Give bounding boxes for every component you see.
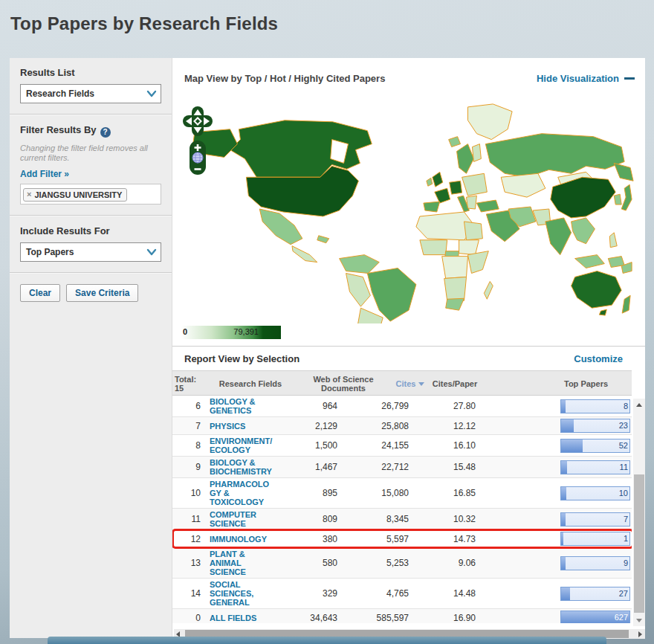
bar-fill (561, 419, 574, 432)
docs-cell: 895 (282, 488, 337, 498)
bar-value: 23 (619, 419, 628, 432)
bar-fill (561, 513, 566, 526)
results-list-select[interactable]: Research Fields (20, 84, 161, 103)
map-countries[interactable] (193, 104, 633, 323)
col-research-fields[interactable]: Research Fields (210, 379, 291, 388)
docs-cell: 964 (282, 401, 337, 411)
bar-fill (561, 557, 566, 570)
top-papers-bar: 627 (560, 611, 630, 623)
top-papers-bar: 23 (560, 419, 630, 433)
table-row: 8ENVIRONMENT/ECOLOGY1,50024,15516.1052 (172, 435, 632, 457)
report-header: Report View by Selection Customize (172, 346, 645, 371)
include-value: Top Papers (26, 247, 74, 257)
bar-fill (561, 532, 563, 545)
field-link[interactable]: PLANT & ANIMAL SCIENCE (210, 550, 273, 576)
docs-cell: 34,643 (282, 613, 337, 623)
remove-filter-icon[interactable]: × (27, 190, 31, 199)
bar-value: 7 (624, 513, 628, 526)
include-section: Include Results For Top Papers (10, 216, 172, 272)
docs-cell: 380 (282, 534, 337, 544)
rank-cell: 9 (174, 462, 201, 472)
top-papers-bar: 11 (560, 460, 630, 474)
page-title: Top Papers by Research Fields (10, 13, 278, 34)
add-filter-link[interactable]: Add Filter » (20, 169, 161, 179)
help-icon[interactable]: ? (100, 127, 111, 138)
field-link[interactable]: SOCIAL SCIENCES, GENERAL (210, 580, 273, 607)
scroll-up-button[interactable] (633, 399, 645, 410)
field-link[interactable]: ENVIRONMENT/ECOLOGY (210, 437, 273, 454)
map-area: 0 79,391 (172, 99, 645, 346)
table-row: 7PHYSICS2,12925,80812.1223 (172, 417, 632, 435)
filter-tag-label: JIANGSU UNIVERSITY (34, 190, 122, 199)
filter-section: Filter Results By? Changing the filter f… (10, 115, 172, 215)
filter-field[interactable]: × JIANGSU UNIVERSITY (20, 184, 161, 205)
field-link[interactable]: BIOLOGY & BIOCHEMISTRY (210, 458, 273, 476)
clear-button[interactable]: Clear (20, 284, 60, 302)
bar-fill (561, 400, 566, 413)
field-link[interactable]: IMMUNOLOGY (210, 535, 273, 544)
globe-icon[interactable] (192, 152, 203, 163)
rank-cell: 13 (174, 558, 201, 568)
bottom-bar (48, 637, 606, 644)
cites-cell: 24,155 (346, 440, 409, 451)
bar-value: 8 (624, 400, 628, 413)
docs-cell: 2,129 (282, 421, 337, 431)
field-link[interactable]: BIOLOGY & GENETICS (210, 397, 273, 415)
results-list-value: Research Fields (26, 88, 94, 99)
field-link[interactable]: COMPUTER SCIENCE (210, 510, 273, 528)
collapse-icon (624, 77, 635, 80)
col-docs[interactable]: Web of Science Documents (299, 375, 388, 393)
include-select[interactable]: Top Papers (20, 242, 161, 262)
bar-fill (561, 439, 583, 452)
filter-heading-text: Filter Results By (20, 124, 97, 135)
col-top-papers[interactable]: Top Papers (564, 379, 608, 388)
field-link[interactable]: ALL FIELDS (210, 614, 273, 622)
app: Top Papers by Research Fields Results Li… (0, 0, 654, 644)
bar-value: 52 (619, 439, 628, 452)
vertical-scrollbar[interactable] (633, 399, 645, 626)
table-body: 6BIOLOGY & GENETICS96426,79927.8087PHYSI… (172, 396, 632, 623)
hide-visualization-link[interactable]: Hide Visualization (537, 73, 635, 84)
table-row: 0ALL FIELDS34,643585,59716.90627 (172, 609, 632, 623)
rank-cell: 12 (174, 534, 201, 544)
top-papers-bar: 8 (560, 399, 630, 413)
cites-per-paper-cell: 15.48 (418, 462, 476, 472)
legend-min: 0 (183, 327, 187, 336)
bar-value: 10 (619, 487, 628, 500)
top-papers-bar: 1 (560, 532, 630, 546)
total-label: Total: (175, 375, 196, 384)
save-criteria-button[interactable]: Save Criteria (66, 284, 138, 302)
bar-fill (561, 487, 566, 500)
field-link[interactable]: PHYSICS (210, 422, 273, 431)
bar-value: 27 (619, 587, 628, 600)
viz-title: Map View by Top / Hot / Highly Cited Pap… (184, 73, 385, 84)
scroll-down-icon (636, 619, 642, 622)
cites-cell: 5,253 (346, 558, 409, 568)
cites-cell: 4,765 (346, 588, 409, 599)
table-row: 12IMMUNOLOGY3805,59714.731 (172, 530, 632, 548)
top-papers-bar: 52 (560, 439, 630, 453)
main-panel: Map View by Top / Hot / Highly Cited Pap… (172, 58, 645, 638)
field-link[interactable]: PHARMACOLOGY & TOXICOLOGY (210, 480, 273, 506)
map-controls[interactable] (183, 105, 213, 176)
cites-cell: 22,712 (346, 462, 409, 472)
customize-link[interactable]: Customize (574, 353, 623, 364)
cites-per-paper-cell: 12.12 (418, 421, 476, 431)
world-map[interactable] (174, 100, 644, 323)
col-cites-per-paper[interactable]: Cites/Paper (418, 379, 492, 388)
chevron-down-icon (146, 248, 158, 257)
scroll-down-button[interactable] (633, 614, 645, 626)
table-row: 9BIOLOGY & BIOCHEMISTRY1,46722,71215.481… (172, 457, 632, 478)
vertical-scroll-thumb[interactable] (634, 474, 644, 613)
scroll-right-button[interactable] (635, 629, 645, 639)
include-label: Include Results For (20, 225, 161, 236)
top-papers-bar: 27 (560, 587, 630, 601)
cites-cell: 25,808 (346, 421, 409, 431)
cites-per-paper-cell: 27.80 (418, 401, 476, 411)
filter-note: Changing the filter field removes all cu… (20, 144, 161, 163)
total-value: 15 (175, 384, 196, 393)
bar-fill (561, 587, 570, 600)
table-row: 13PLANT & ANIMAL SCIENCE5805,2539.069 (172, 548, 632, 579)
cites-cell: 5,597 (346, 534, 409, 544)
cites-per-paper-cell: 14.73 (418, 534, 476, 544)
